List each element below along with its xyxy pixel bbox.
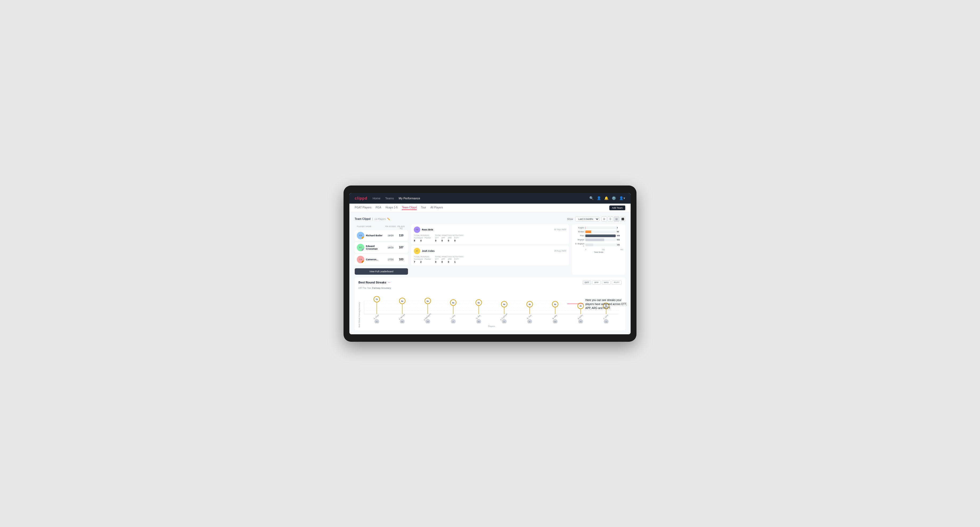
player-name: Edward Crossman <box>366 245 385 250</box>
card-player-name: Josh Coles <box>422 250 554 252</box>
tablet-frame: clippd Home Teams My Performance 🔍 👤 🔔 ⚙… <box>344 186 636 342</box>
svg-text:R. Britt: R. Britt <box>476 314 481 319</box>
bar-category-label: Pars <box>574 235 584 237</box>
x-label-400: 400 <box>620 249 623 251</box>
bar-track <box>585 238 616 241</box>
sub-nav-pga[interactable]: PGA <box>375 206 381 210</box>
bar-row: Birdies96 <box>574 230 623 233</box>
svg-text:7x: 7x <box>376 298 378 300</box>
streaks-header: Best Round Streaks ← OTT APP ARG PUTT <box>358 281 622 284</box>
card-avatar: JC <box>414 248 420 254</box>
search-icon[interactable]: 🔍 <box>589 196 593 200</box>
sub-nav-all-players[interactable]: All Players <box>430 206 443 210</box>
team-header: Team Clippd | 14 Players ✏️ Show Last 3 … <box>355 216 625 222</box>
view-leaderboard-button[interactable]: View Full Leaderboard <box>355 268 408 275</box>
player-name-col: Cameron... <box>366 258 385 261</box>
practice-stat: Total Practice Activities OTT APP ARG PU… <box>435 256 463 263</box>
col-player-name: PLAYER NAME <box>357 225 385 229</box>
sub-nav-hcaps[interactable]: Hcaps 1-5 <box>386 206 398 210</box>
tournament-rounds: 8 <box>414 239 418 242</box>
edit-icon[interactable]: ✏️ <box>387 218 390 221</box>
card-view-button[interactable]: ▤ <box>614 216 619 222</box>
nav-home[interactable]: Home <box>372 197 380 200</box>
grid-view-button[interactable]: ⊞ <box>601 216 607 222</box>
sub-nav-team-clippd[interactable]: Team Clippd <box>402 206 417 210</box>
player-avg: 110 <box>396 234 406 237</box>
tab-app[interactable]: APP <box>592 281 601 284</box>
nav-icons: 🔍 👤 🔔 ⚙️ 👤▾ <box>589 196 625 200</box>
player-row[interactable]: CA 3 Cameron... 17/20 103 <box>355 254 408 265</box>
player-list: PLAYER NAME PB SCORE PB AVG SQ RB 1 Rich… <box>355 224 408 275</box>
player-name-col: Edward Crossman <box>366 245 385 250</box>
bar-chart: Eagles3Birdies96Pars499Bogeys311D. Bogey… <box>574 227 623 247</box>
col-pb-score: PB SCORE <box>385 225 396 229</box>
svg-text:6x: 6x <box>401 300 403 302</box>
nav-links: Home Teams My Performance <box>372 197 420 200</box>
svg-text:RB: RB <box>478 321 480 322</box>
bar-value: 3 <box>617 227 623 229</box>
svg-text:CQ: CQ <box>605 321 608 322</box>
player-card-header: RB Rees Britt 02 Sep 2023 <box>414 227 566 233</box>
svg-text:JC: JC <box>452 321 454 322</box>
bar-value: 96 <box>617 231 623 233</box>
bar-row: Bogeys311 <box>574 238 623 241</box>
player-score: 18/20 <box>385 246 396 249</box>
rounds-stat: Total Rounds Tournament Practice 7 2 <box>414 256 431 263</box>
avatar: CA 3 <box>357 256 364 263</box>
player-card: JC Josh Coles 26 Aug 2023 Total Rounds T… <box>411 246 569 265</box>
tab-ott[interactable]: OTT <box>583 281 591 284</box>
svg-text:DB: DB <box>426 321 429 322</box>
svg-text:4x: 4x <box>529 303 531 305</box>
bar-chart-panel: Eagles3Birdies96Pars499Bogeys311D. Bogey… <box>572 224 625 275</box>
player-name-col: Richard Butler <box>366 234 385 237</box>
rank-badge: 1 <box>362 237 364 239</box>
practice-rounds: 4 <box>420 239 425 242</box>
col-pb-avg: PB AVG SQ <box>396 225 406 229</box>
x-axis-labels: 0 200 400 <box>574 249 623 251</box>
x-label-200: 200 <box>602 249 605 251</box>
bar-track <box>585 230 616 233</box>
list-view-button[interactable]: ☰ <box>608 216 613 222</box>
bar-fill <box>585 230 591 233</box>
svg-text:C. Quick: C. Quick <box>603 314 609 319</box>
practice-stat: Total Practice Activities OTT APP ARG PU… <box>435 235 463 242</box>
svg-text:6x: 6x <box>426 300 429 302</box>
metric-label: Fairway Accuracy <box>372 287 391 289</box>
bar-category-label: Birdies <box>574 230 584 233</box>
team-title: Team Clippd | 14 Players ✏️ <box>355 217 390 221</box>
svg-text:EC: EC <box>503 321 506 322</box>
bar-category-label: Bogeys <box>574 238 584 241</box>
svg-text:R. Butler: R. Butler <box>578 314 583 320</box>
card-stats: Total Rounds Tournament Practice 7 2 <box>414 256 566 263</box>
settings-icon[interactable]: ⚙️ <box>612 196 616 200</box>
tab-putt[interactable]: PUTT <box>612 281 622 284</box>
svg-text:RB: RB <box>580 321 582 322</box>
sub-nav-links: PGAT Players PGA Hcaps 1-5 Team Clippd T… <box>355 206 443 210</box>
nav-teams[interactable]: Teams <box>385 197 394 200</box>
nav-my-performance[interactable]: My Performance <box>399 197 420 200</box>
table-view-button[interactable]: ⬛ <box>620 216 625 222</box>
player-count-label: 14 Players <box>374 218 386 221</box>
avatar: RB 1 <box>357 232 364 239</box>
svg-text:4x: 4x <box>554 303 556 305</box>
tab-arg[interactable]: ARG <box>602 281 611 284</box>
bar-category-label: D. Bogeys + <box>574 243 584 247</box>
streak-chart-area: 7xE. EwartEE6xB. McHargBM6xD. Billingham… <box>361 291 622 327</box>
user-icon[interactable]: 👤 <box>597 196 601 200</box>
period-select[interactable]: Last 3 months <box>575 217 600 221</box>
bell-icon[interactable]: 🔔 <box>604 196 609 200</box>
profile-icon[interactable]: 👤▾ <box>619 196 625 200</box>
sub-nav-pgat[interactable]: PGAT Players <box>355 206 371 210</box>
bar-track <box>585 227 616 229</box>
add-team-button[interactable]: Add Team <box>609 205 625 210</box>
sub-nav-tour[interactable]: Tour <box>421 206 426 210</box>
svg-text:J. Coles: J. Coles <box>450 314 456 319</box>
bar-track <box>585 243 616 246</box>
svg-text:3x: 3x <box>605 305 607 307</box>
player-row[interactable]: EC 2 Edward Crossman 18/20 107 <box>355 242 408 253</box>
bar-row: Pars499 <box>574 235 623 237</box>
streaks-tabs: OTT APP ARG PUTT <box>583 281 622 284</box>
svg-text:3x: 3x <box>580 305 582 307</box>
team-name: Team Clippd <box>355 217 371 221</box>
player-row[interactable]: RB 1 Richard Butler 19/20 110 <box>355 230 408 241</box>
